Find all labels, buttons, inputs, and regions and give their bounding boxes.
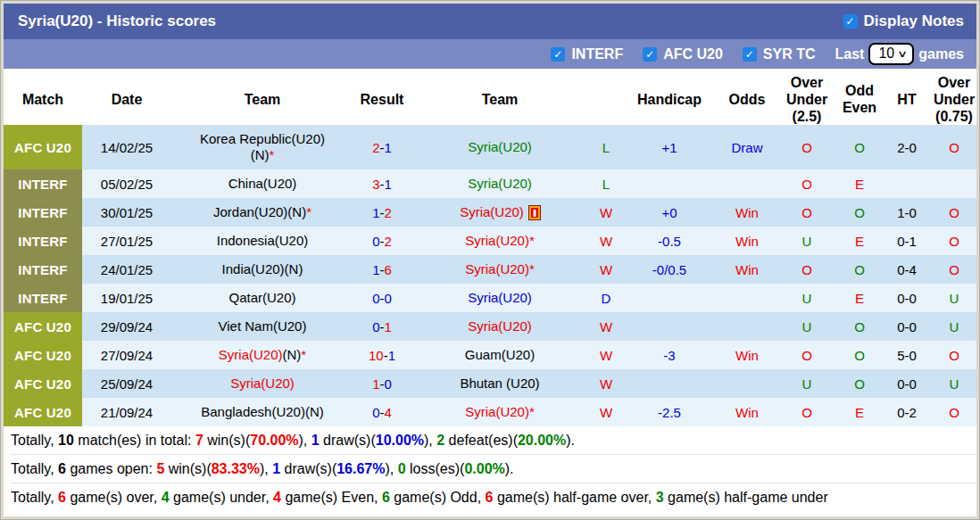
games-count-select[interactable]: 10 ∨ — [868, 43, 914, 65]
match-result: 1-6 — [353, 255, 411, 284]
filter-checkbox-syr-tc[interactable]: ✓ SYR TC — [743, 46, 816, 62]
table-row: AFC U2029/09/24Viet Nam(U20)0-1Syria(U20… — [4, 312, 976, 341]
match-competition-badge: AFC U20 — [4, 369, 82, 398]
match-result: 2-1 — [353, 125, 411, 169]
column-header: Date — [82, 73, 171, 125]
over-under-25: O — [778, 125, 835, 169]
match-competition-badge: AFC U20 — [4, 312, 82, 341]
filter-checkbox-interf[interactable]: ✓ INTERF — [551, 46, 623, 62]
result-letter: W — [589, 398, 623, 426]
column-header: Team — [171, 73, 353, 125]
checkbox-checked-icon[interactable]: ✓ — [643, 47, 657, 62]
display-notes-toggle[interactable]: ✓ Display Notes — [843, 12, 964, 30]
half-time-score: 5-0 — [884, 341, 930, 369]
odd-even: O — [835, 341, 884, 369]
over-under-075: O — [930, 341, 976, 369]
match-competition-badge: AFC U20 — [4, 125, 82, 169]
match-result: 0-1 — [353, 312, 411, 341]
totals-summary: Totally, 10 match(es) in total: 7 win(s)… — [4, 426, 976, 512]
checkbox-checked-icon[interactable]: ✓ — [743, 47, 757, 62]
away-team: Guam(U20) — [411, 341, 589, 369]
result-letter: D — [589, 284, 623, 312]
red-card-icon — [529, 206, 540, 219]
filter-label-afc-u20: AFC U20 — [663, 46, 723, 62]
odd-even: E — [835, 284, 884, 312]
filter-label-syr-tc: SYR TC — [763, 46, 816, 62]
over-under-25: O — [778, 341, 835, 369]
table-row: AFC U2025/09/24Syria(U20)1-0Bhutan (U20)… — [4, 369, 976, 398]
home-team: Jordan(U20)(N)* — [171, 198, 353, 227]
over-under-25: U — [778, 369, 835, 398]
odd-even: O — [835, 198, 884, 227]
column-header: Odds — [716, 73, 778, 125]
result-letter: W — [589, 369, 623, 398]
handicap-value — [623, 369, 716, 398]
table-row: AFC U2021/09/24Bangladesh(U20)(N)0-4Syri… — [4, 398, 976, 426]
result-letter: W — [589, 341, 623, 369]
half-time-score: 0-1 — [884, 227, 930, 255]
handicap-value: -2.5 — [623, 398, 716, 426]
chevron-down-icon: ∨ — [897, 49, 908, 59]
away-team: Syria(U20) — [411, 198, 589, 227]
over-under-25: O — [778, 169, 835, 198]
match-competition-badge: INTERF — [4, 198, 82, 227]
table-row: INTERF19/01/25Qatar(U20)0-0Syria(U20)DUE… — [4, 284, 976, 312]
title-bar: Syria(U20) - Historic scores ✓ Display N… — [4, 4, 976, 39]
checkbox-checked-icon[interactable]: ✓ — [551, 47, 565, 62]
over-under-25: U — [778, 312, 835, 341]
match-competition-badge: INTERF — [4, 169, 82, 198]
table-row: INTERF27/01/25Indonesia(U20)0-2Syria(U20… — [4, 227, 976, 255]
result-letter: W — [589, 312, 623, 341]
match-date: 29/09/24 — [82, 312, 171, 341]
home-team: Qatar(U20) — [171, 284, 353, 312]
over-under-25: O — [778, 398, 835, 426]
odds-result: Win — [716, 255, 778, 284]
match-date: 21/09/24 — [82, 398, 171, 426]
odd-even: E — [835, 398, 884, 426]
odd-even: E — [835, 169, 884, 198]
over-under-075 — [930, 169, 976, 198]
column-header: Over Under (0.75) — [930, 73, 976, 125]
historic-scores-table: MatchDateTeamResultTeamHandicapOddsOver … — [4, 73, 976, 426]
column-header: Team — [411, 73, 589, 125]
result-letter: L — [589, 169, 623, 198]
handicap-value — [623, 312, 716, 341]
match-date: 14/02/25 — [82, 125, 171, 169]
handicap-value — [623, 284, 716, 312]
over-under-25: O — [778, 255, 835, 284]
home-team: Viet Nam(U20) — [171, 312, 353, 341]
half-time-score — [884, 169, 930, 198]
half-time-score: 2-0 — [884, 125, 930, 169]
away-team: Syria(U20)* — [411, 398, 589, 426]
half-time-score: 0-4 — [884, 255, 930, 284]
away-team: Bhutan (U20) — [411, 369, 589, 398]
half-time-score: 0-0 — [884, 284, 930, 312]
column-header: Match — [4, 73, 82, 125]
match-result: 10-1 — [353, 341, 411, 369]
odd-even: O — [835, 125, 884, 169]
odd-even: O — [835, 369, 884, 398]
odd-even: O — [835, 255, 884, 284]
table-row: INTERF30/01/25Jordan(U20)(N)*1-2Syria(U2… — [4, 198, 976, 227]
away-team: Syria(U20) — [411, 312, 589, 341]
handicap-value: -3 — [623, 341, 716, 369]
home-team: Indonesia(U20) — [171, 227, 353, 255]
away-team: Syria(U20)* — [411, 227, 589, 255]
match-competition-badge: INTERF — [4, 255, 82, 284]
match-date: 19/01/25 — [82, 284, 171, 312]
over-under-075: U — [930, 284, 976, 312]
odds-result: Win — [716, 341, 778, 369]
over-under-075: O — [930, 125, 976, 169]
home-team: Syria(U20) — [171, 369, 353, 398]
checkbox-checked-icon[interactable]: ✓ — [843, 14, 858, 29]
over-under-075: U — [930, 369, 976, 398]
table-header-row: MatchDateTeamResultTeamHandicapOddsOver … — [4, 73, 976, 125]
filter-bar: ✓ INTERF ✓ AFC U20 ✓ SYR TC Last 10 ∨ ga… — [4, 39, 976, 69]
filter-checkbox-afc-u20[interactable]: ✓ AFC U20 — [643, 46, 723, 62]
table-row: INTERF05/02/25China(U20)3-1Syria(U20)LOE — [4, 169, 976, 198]
games-label: games — [918, 46, 964, 62]
over-under-075: O — [930, 198, 976, 227]
column-header: Over Under (2.5) — [778, 73, 835, 125]
match-competition-badge: INTERF — [4, 227, 82, 255]
home-team: Bangladesh(U20)(N) — [171, 398, 353, 426]
